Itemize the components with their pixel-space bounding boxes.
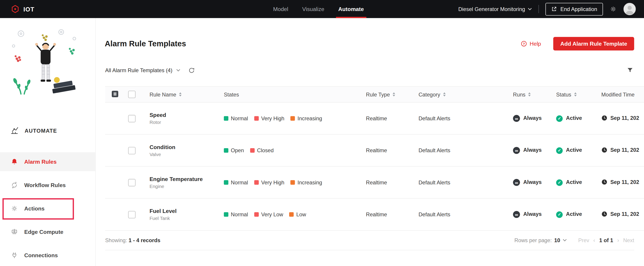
clock-icon (601, 211, 607, 217)
prev-button[interactable]: Prev (578, 237, 589, 243)
row-checkbox[interactable] (128, 179, 136, 186)
sidebar-item-label: Connections (24, 252, 58, 258)
robot-arm-icon (10, 126, 19, 135)
row-checkbox[interactable] (128, 115, 136, 122)
status-cell: ✓Active (553, 166, 598, 198)
sidebar-section-label: AUTOMATE (25, 127, 57, 134)
page-header: Alarm Rule Templates ? Help Add Alarm Ru… (96, 18, 644, 50)
showing-label: Showing: (105, 237, 127, 243)
clock-icon (601, 147, 607, 153)
application-selector[interactable]: Diesel Generator Monitoring (458, 6, 532, 12)
rule-asset: Rotor (150, 120, 216, 125)
infinity-icon: ∞ (513, 179, 520, 186)
sidebar-item-connections[interactable]: Connections (0, 246, 95, 265)
brand-logo[interactable]: IOT (0, 4, 34, 13)
rows-per-page-value: 10 (554, 237, 560, 243)
showing-value: 1 - 4 records (129, 237, 160, 243)
sidebar-item-workflow-rules[interactable]: Workflow Rules (0, 176, 95, 195)
page-indicator: 1 of 1 (599, 237, 613, 243)
states-cell: NormalVery HighIncreasing (224, 115, 359, 121)
active-check-icon: ✓ (556, 179, 562, 186)
next-chevron-icon[interactable]: › (617, 237, 619, 243)
columns-icon (112, 90, 118, 97)
states-cell: OpenClosed (224, 147, 359, 153)
user-avatar[interactable] (624, 3, 636, 15)
chevron-down-icon (562, 239, 566, 242)
state-color-swatch (254, 180, 259, 185)
rule-name[interactable]: Speed (150, 112, 216, 118)
state-color-swatch (224, 116, 228, 121)
sort-icon[interactable] (179, 92, 182, 96)
sort-icon[interactable] (443, 92, 446, 96)
next-button[interactable]: Next (623, 237, 634, 243)
top-bar-right: Diesel Generator Monitoring End Applicat… (458, 3, 644, 15)
active-check-icon: ✓ (556, 115, 562, 122)
template-filter-dropdown[interactable]: All Alarm Rule Templates (4) (105, 67, 180, 73)
add-alarm-rule-template-button[interactable]: Add Alarm Rule Template (553, 37, 634, 50)
category-cell: Default Alerts (415, 134, 510, 166)
runs-cell: ∞Always (510, 166, 553, 198)
states-cell: NormalVery HighIncreasing (224, 179, 359, 186)
col-status: Status (556, 91, 571, 97)
rule-asset: Valve (150, 152, 216, 157)
filter-funnel-icon (627, 67, 633, 73)
refresh-button[interactable] (188, 67, 195, 74)
alarm-rules-tbody: SpeedRotorNormalVery HighIncreasingRealt… (105, 102, 644, 230)
sidebar-section-automate: AUTOMATE (0, 121, 95, 139)
modified-time-cell: Sep 11, 202 (598, 102, 644, 134)
filter-button[interactable] (627, 67, 633, 73)
template-filter-label: All Alarm Rule Templates (4) (105, 67, 172, 73)
rule-name[interactable]: Condition (150, 144, 216, 150)
column-settings-header[interactable] (105, 86, 125, 102)
row-checkbox[interactable] (128, 211, 136, 218)
state-chip: Low (289, 211, 306, 218)
modified-time-cell: Sep 11, 202 (598, 166, 644, 198)
sort-icon[interactable] (528, 92, 531, 96)
sidebar-item-alarm-rules[interactable]: Alarm Rules (0, 152, 95, 171)
cog-icon (10, 205, 18, 212)
row-checkbox[interactable] (128, 147, 136, 154)
rule-asset: Engine (150, 184, 216, 189)
rule-name[interactable]: Fuel Level (150, 208, 216, 214)
end-application-button[interactable]: End Application (546, 3, 603, 15)
prev-chevron-icon[interactable]: ‹ (593, 237, 595, 243)
nav-visualize[interactable]: Visualize (302, 0, 324, 18)
workflow-icon (10, 182, 18, 189)
state-color-swatch (289, 212, 294, 217)
app-window: IOT Model Visualize Automate Diesel Gene… (0, 0, 644, 266)
col-modified-time: Modified Time (601, 91, 634, 97)
iot-logo-icon (10, 4, 20, 13)
rule-type-cell: Realtime (363, 102, 416, 134)
select-all-checkbox[interactable] (128, 91, 136, 98)
sidebar-item-edge-compute[interactable]: Edge Compute (0, 222, 95, 241)
rows-per-page-select[interactable]: Rows per page: 10 (514, 237, 567, 243)
plug-icon (10, 252, 18, 259)
sidebar-item-actions[interactable]: Actions (0, 199, 95, 218)
sidebar-item-label: Edge Compute (24, 229, 64, 235)
page-title: Alarm Rule Templates (105, 39, 521, 48)
runs-cell: ∞Always (510, 102, 553, 134)
infinity-icon: ∞ (513, 115, 520, 122)
active-check-icon: ✓ (556, 211, 562, 218)
help-icon: ? (521, 41, 527, 47)
sort-icon[interactable] (393, 92, 395, 96)
category-cell: Default Alerts (415, 166, 510, 198)
top-nav: Model Visualize Automate (273, 0, 364, 18)
state-color-swatch (254, 212, 259, 217)
state-color-swatch (250, 148, 254, 153)
state-chip: Normal (224, 179, 248, 186)
rule-name[interactable]: Engine Temperature (150, 176, 216, 182)
runs-cell: ∞Always (510, 134, 553, 166)
alarm-rule-table-wrap: Rule Name States Rule Type Category Runs… (96, 86, 644, 250)
col-states: States (224, 91, 239, 97)
state-chip: Very High (254, 179, 284, 186)
sort-icon[interactable] (574, 92, 577, 96)
infinity-icon: ∞ (513, 211, 520, 218)
nav-automate[interactable]: Automate (338, 0, 364, 18)
table-row: ConditionValveOpenClosedRealtimeDefault … (105, 134, 644, 166)
nav-model[interactable]: Model (273, 0, 288, 18)
main-content: Alarm Rule Templates ? Help Add Alarm Ru… (96, 18, 644, 266)
col-category: Category (418, 91, 440, 97)
help-button[interactable]: ? Help (521, 41, 541, 47)
settings-gear-button[interactable] (610, 5, 617, 13)
